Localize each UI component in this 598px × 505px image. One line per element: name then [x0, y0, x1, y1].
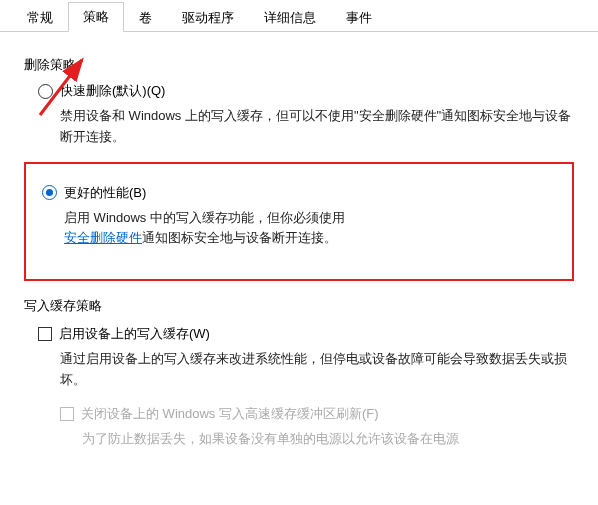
checkbox-disabled-icon	[60, 407, 74, 421]
write-cache-group: 写入缓存策略 启用设备上的写入缓存(W) 通过启用设备上的写入缓存来改进系统性能…	[16, 293, 582, 449]
tab-strip: 常规 策略 卷 驱动程序 详细信息 事件	[0, 0, 598, 32]
better-performance-radio[interactable]: 更好的性能(B)	[42, 184, 556, 202]
better-desc-pre: 启用 Windows 中的写入缓存功能，但你必须使用	[64, 210, 345, 225]
tab-details[interactable]: 详细信息	[249, 3, 331, 32]
quick-removal-radio[interactable]: 快速删除(默认)(Q)	[38, 82, 574, 100]
checkbox-unchecked-icon	[38, 327, 52, 341]
tab-policy[interactable]: 策略	[68, 2, 124, 32]
tab-general[interactable]: 常规	[12, 3, 68, 32]
radio-unchecked-icon	[38, 84, 53, 99]
flush-buffer-label: 关闭设备上的 Windows 写入高速缓存缓冲区刷新(F)	[81, 405, 379, 423]
flush-buffer-checkbox: 关闭设备上的 Windows 写入高速缓存缓冲区刷新(F)	[60, 405, 574, 423]
quick-removal-label: 快速删除(默认)(Q)	[60, 82, 165, 100]
write-cache-legend: 写入缓存策略	[24, 297, 574, 315]
tab-events[interactable]: 事件	[331, 3, 387, 32]
enable-write-cache-desc: 通过启用设备上的写入缓存来改进系统性能，但停电或设备故障可能会导致数据丢失或损坏…	[60, 349, 574, 391]
safe-remove-link[interactable]: 安全删除硬件	[64, 230, 142, 245]
flush-buffer-desc: 为了防止数据丢失，如果设备没有单独的电源以允许该设备在电源	[82, 429, 574, 450]
better-desc-post: 通知图标安全地与设备断开连接。	[142, 230, 337, 245]
tab-content: 删除策略 快速删除(默认)(Q) 禁用设备和 Windows 上的写入缓存，但可…	[0, 32, 598, 472]
better-performance-highlight: 更好的性能(B) 启用 Windows 中的写入缓存功能，但你必须使用 安全删除…	[24, 162, 574, 282]
tab-driver[interactable]: 驱动程序	[167, 3, 249, 32]
better-performance-label: 更好的性能(B)	[64, 184, 146, 202]
enable-write-cache-label: 启用设备上的写入缓存(W)	[59, 325, 210, 343]
radio-checked-icon	[42, 185, 57, 200]
enable-write-cache-checkbox[interactable]: 启用设备上的写入缓存(W)	[38, 325, 574, 343]
removal-policy-group: 删除策略 快速删除(默认)(Q) 禁用设备和 Windows 上的写入缓存，但可…	[16, 52, 582, 281]
removal-policy-legend: 删除策略	[24, 56, 574, 74]
tab-volumes[interactable]: 卷	[124, 3, 167, 32]
quick-removal-desc: 禁用设备和 Windows 上的写入缓存，但可以不使用"安全删除硬件"通知图标安…	[60, 106, 574, 148]
better-performance-desc: 启用 Windows 中的写入缓存功能，但你必须使用 安全删除硬件通知图标安全地…	[64, 208, 556, 250]
